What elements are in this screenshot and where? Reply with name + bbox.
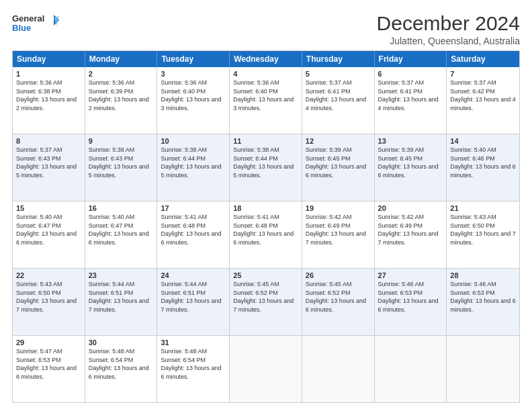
table-row: 18 Sunrise: 5:41 AM Sunset: 6:48 PM Dayl… [230,201,302,268]
daylight-label: Daylight: 13 hours and 6 minutes. [161,230,221,246]
week-row-4: 22 Sunrise: 5:43 AM Sunset: 6:50 PM Dayl… [13,269,519,336]
day-number: 20 [378,204,443,212]
page: General Blue December 2024 Julatten, Que… [0,0,532,411]
table-row: 20 Sunrise: 5:42 AM Sunset: 6:49 PM Dayl… [375,201,447,268]
sunrise-label: Sunrise: 5:38 AM [233,146,279,153]
day-number: 1 [16,70,81,78]
day-info: Sunrise: 5:46 AM Sunset: 6:53 PM Dayligh… [450,280,516,314]
day-number: 21 [450,204,516,212]
sunrise-label: Sunrise: 5:46 AM [378,281,425,287]
daylight-label: Daylight: 13 hours and 7 minutes. [16,298,77,313]
table-row: 11 Sunrise: 5:38 AM Sunset: 6:44 PM Dayl… [230,134,302,201]
table-row: 13 Sunrise: 5:39 AM Sunset: 6:45 PM Dayl… [375,134,447,201]
week-row-1: 1 Sunrise: 5:36 AM Sunset: 6:38 PM Dayli… [13,67,519,134]
sunrise-label: Sunrise: 5:43 AM [16,281,62,287]
sunset-label: Sunset: 6:53 PM [16,357,61,363]
sunset-label: Sunset: 6:41 PM [378,88,423,95]
table-row [230,336,302,402]
day-info: Sunrise: 5:37 AM Sunset: 6:41 PM Dayligh… [378,79,443,112]
day-number: 5 [306,70,371,78]
sunset-label: Sunset: 6:41 PM [306,88,351,95]
day-number: 6 [378,70,443,78]
table-row: 28 Sunrise: 5:46 AM Sunset: 6:53 PM Dayl… [447,269,519,335]
sunset-label: Sunset: 6:44 PM [161,155,206,162]
sunset-label: Sunset: 6:50 PM [16,289,61,296]
sunrise-label: Sunrise: 5:44 AM [89,281,135,287]
table-row [375,336,447,402]
sunrise-label: Sunrise: 5:41 AM [233,214,279,220]
day-info: Sunrise: 5:44 AM Sunset: 6:51 PM Dayligh… [161,280,226,314]
sunrise-label: Sunrise: 5:48 AM [161,348,207,355]
sunrise-label: Sunrise: 5:38 AM [161,146,207,153]
daylight-label: Daylight: 13 hours and 5 minutes. [161,163,221,179]
sunset-label: Sunset: 6:51 PM [89,289,134,296]
table-row: 22 Sunrise: 5:43 AM Sunset: 6:50 PM Dayl… [13,269,85,335]
table-row: 10 Sunrise: 5:38 AM Sunset: 6:44 PM Dayl… [157,134,230,201]
sunrise-label: Sunrise: 5:40 AM [16,214,62,220]
header-wednesday: Wednesday [230,51,302,67]
table-row: 19 Sunrise: 5:42 AM Sunset: 6:49 PM Dayl… [302,201,375,268]
day-number: 29 [16,338,81,347]
table-row: 9 Sunrise: 5:38 AM Sunset: 6:43 PM Dayli… [85,134,158,201]
daylight-label: Daylight: 13 hours and 7 minutes. [450,230,516,246]
table-row: 15 Sunrise: 5:40 AM Sunset: 6:47 PM Dayl… [13,201,85,268]
day-number: 12 [306,137,371,145]
day-info: Sunrise: 5:39 AM Sunset: 6:45 PM Dayligh… [378,146,443,179]
table-row: 5 Sunrise: 5:37 AM Sunset: 6:41 PM Dayli… [302,67,375,134]
table-row: 7 Sunrise: 5:37 AM Sunset: 6:42 PM Dayli… [447,67,519,134]
day-number: 30 [89,338,154,347]
day-info: Sunrise: 5:42 AM Sunset: 6:49 PM Dayligh… [378,213,443,246]
daylight-label: Daylight: 13 hours and 6 minutes. [16,230,77,246]
daylight-label: Daylight: 13 hours and 6 minutes. [89,365,149,380]
day-info: Sunrise: 5:38 AM Sunset: 6:43 PM Dayligh… [89,146,154,179]
day-number: 19 [306,204,371,212]
day-number: 2 [89,70,154,78]
sunset-label: Sunset: 6:45 PM [306,155,351,162]
daylight-label: Daylight: 13 hours and 4 minutes. [378,96,439,111]
daylight-label: Daylight: 13 hours and 4 minutes. [306,96,366,111]
daylight-label: Daylight: 13 hours and 5 minutes. [233,163,294,179]
sunrise-label: Sunrise: 5:45 AM [233,281,279,287]
day-number: 3 [161,70,226,78]
day-number: 28 [450,271,516,279]
table-row: 24 Sunrise: 5:44 AM Sunset: 6:51 PM Dayl… [157,269,230,335]
header-saturday: Saturday [447,51,519,67]
day-number: 8 [16,137,81,145]
sunset-label: Sunset: 6:38 PM [16,88,61,95]
day-number: 14 [450,137,516,145]
svg-text:Blue: Blue [12,23,31,33]
table-row: 31 Sunrise: 5:48 AM Sunset: 6:54 PM Dayl… [157,336,230,402]
day-info: Sunrise: 5:40 AM Sunset: 6:47 PM Dayligh… [16,213,81,246]
svg-text:General: General [12,13,44,24]
sunset-label: Sunset: 6:39 PM [89,88,134,95]
sunrise-label: Sunrise: 5:38 AM [89,146,135,153]
header-monday: Monday [85,51,158,67]
daylight-label: Daylight: 13 hours and 6 minutes. [16,365,77,380]
table-row: 12 Sunrise: 5:39 AM Sunset: 6:45 PM Dayl… [302,134,375,201]
sunrise-label: Sunrise: 5:40 AM [89,214,135,220]
day-info: Sunrise: 5:36 AM Sunset: 6:38 PM Dayligh… [16,79,81,112]
sunrise-label: Sunrise: 5:41 AM [161,214,207,220]
daylight-label: Daylight: 13 hours and 6 minutes. [89,230,149,246]
day-number: 22 [16,271,81,279]
sunset-label: Sunset: 6:40 PM [161,88,206,95]
day-info: Sunrise: 5:38 AM Sunset: 6:44 PM Dayligh… [161,146,226,179]
week-row-2: 8 Sunrise: 5:37 AM Sunset: 6:43 PM Dayli… [13,134,519,201]
header: General Blue December 2024 Julatten, Que… [12,12,520,46]
sunrise-label: Sunrise: 5:42 AM [378,214,425,220]
day-number: 16 [89,204,154,212]
sunrise-label: Sunrise: 5:48 AM [89,348,135,355]
sunset-label: Sunset: 6:45 PM [378,155,423,162]
sunset-label: Sunset: 6:54 PM [161,357,206,363]
daylight-label: Daylight: 13 hours and 6 minutes. [161,365,221,380]
header-sunday: Sunday [13,51,85,67]
table-row: 27 Sunrise: 5:46 AM Sunset: 6:53 PM Dayl… [375,269,447,335]
day-info: Sunrise: 5:36 AM Sunset: 6:39 PM Dayligh… [89,79,154,112]
daylight-label: Daylight: 13 hours and 3 minutes. [161,96,221,111]
table-row: 21 Sunrise: 5:43 AM Sunset: 6:50 PM Dayl… [447,201,519,268]
day-info: Sunrise: 5:39 AM Sunset: 6:45 PM Dayligh… [306,146,371,179]
table-row: 25 Sunrise: 5:45 AM Sunset: 6:52 PM Dayl… [230,269,302,335]
calendar-header: SundayMondayTuesdayWednesdayThursdayFrid… [13,51,519,67]
sunset-label: Sunset: 6:44 PM [233,155,278,162]
day-number: 31 [161,338,226,347]
